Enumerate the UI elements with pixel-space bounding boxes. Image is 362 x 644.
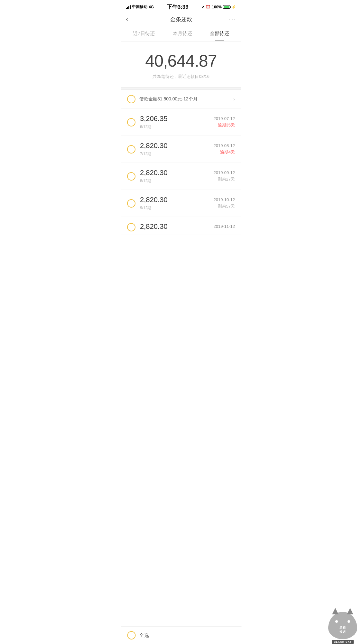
loan-header-row[interactable]: 借款金额31,500.00元-12个月 › xyxy=(121,90,241,109)
time-label: 下午3:39 xyxy=(167,3,189,11)
payment-period-1: 7/12期 xyxy=(140,151,168,157)
payment-left-0: 3,206.35 6/12期 xyxy=(127,115,168,130)
battery-icon xyxy=(223,5,230,9)
more-button[interactable]: ··· xyxy=(223,16,236,23)
charging-icon: ⚡ xyxy=(231,5,236,9)
payment-right-4: 2019-11-12 xyxy=(214,224,235,230)
alarm-icon: ⏰ xyxy=(206,5,210,9)
payment-date-4: 2019-11-12 xyxy=(214,224,235,229)
payment-right-1: 2019-08-12 逾期4天 xyxy=(214,143,235,155)
amount-section: 40,644.87 共25笔待还，最近还款日08/16 xyxy=(121,42,241,87)
payment-row[interactable]: 3,206.35 6/12期 2019-07-12 逾期35天 xyxy=(121,109,241,136)
payment-left-3: 2,820.30 9/12期 xyxy=(127,196,168,211)
payment-amount-4: 2,820.30 xyxy=(140,222,168,231)
payment-status-2: 剩余27天 xyxy=(214,176,235,182)
payment-amount-0: 3,206.35 xyxy=(140,115,168,123)
payment-checkbox-1[interactable] xyxy=(127,145,135,154)
total-amount: 40,644.87 xyxy=(127,51,235,70)
payment-left-2: 2,820.30 8/12期 xyxy=(127,169,168,184)
payment-period-3: 9/12期 xyxy=(140,205,168,211)
payment-amount-3: 2,820.30 xyxy=(140,196,168,204)
payment-info-1: 2,820.30 7/12期 xyxy=(140,142,168,157)
payment-status-1: 逾期4天 xyxy=(214,149,235,155)
tab-recent7[interactable]: 近7日待还 xyxy=(128,27,160,41)
section-divider xyxy=(121,87,241,90)
status-left: 中国移动 4G xyxy=(126,4,154,10)
payment-status-3: 剩余57天 xyxy=(214,203,235,209)
network-label: 4G xyxy=(149,5,154,9)
payment-info-2: 2,820.30 8/12期 xyxy=(140,169,168,184)
loan-header-text: 借款金额31,500.00元-12个月 xyxy=(139,96,198,102)
chevron-right-icon: › xyxy=(233,96,235,102)
payment-list: 3,206.35 6/12期 2019-07-12 逾期35天 2,820.30… xyxy=(121,109,241,235)
payment-right-2: 2019-09-12 剩余27天 xyxy=(214,170,235,182)
payment-checkbox-0[interactable] xyxy=(127,118,135,126)
payment-info-0: 3,206.35 6/12期 xyxy=(140,115,168,130)
payment-row-partial: 2,820.30 2019-11-12 xyxy=(121,217,241,235)
amount-subtitle: 共25笔待还，最近还款日08/16 xyxy=(127,74,235,79)
payment-info-4: 2,820.30 xyxy=(140,222,168,232)
payment-date-3: 2019-10-12 xyxy=(214,197,235,202)
payment-row[interactable]: 2,820.30 7/12期 2019-08-12 逾期4天 xyxy=(121,136,241,163)
payment-row[interactable]: 2,820.30 9/12期 2019-10-12 剩余57天 xyxy=(121,190,241,217)
nav-bar: ‹ 金条还款 ··· xyxy=(121,13,241,27)
loan-header-left: 借款金额31,500.00元-12个月 xyxy=(127,95,198,103)
loan-checkbox[interactable] xyxy=(127,95,135,103)
payment-checkbox-4[interactable] xyxy=(127,223,135,231)
signal-icon xyxy=(126,5,131,9)
payment-checkbox-2[interactable] xyxy=(127,172,135,181)
payment-checkbox-3[interactable] xyxy=(127,199,135,208)
back-button[interactable]: ‹ xyxy=(126,15,139,23)
payment-right-0: 2019-07-12 逾期35天 xyxy=(214,116,235,128)
payment-left-1: 2,820.30 7/12期 xyxy=(127,142,168,157)
payment-amount-1: 2,820.30 xyxy=(140,142,168,150)
payment-row[interactable]: 2,820.30 8/12期 2019-09-12 剩余27天 xyxy=(121,163,241,190)
payment-period-2: 8/12期 xyxy=(140,178,168,184)
payment-date-0: 2019-07-12 xyxy=(214,116,235,121)
payment-date-1: 2019-08-12 xyxy=(214,143,235,148)
location-icon: ↗ xyxy=(201,5,204,9)
payment-info-3: 2,820.30 9/12期 xyxy=(140,196,168,211)
carrier-label: 中国移动 xyxy=(132,4,147,10)
payment-status-0: 逾期35天 xyxy=(214,122,235,128)
payment-period-0: 6/12期 xyxy=(140,124,168,130)
status-bar: 中国移动 4G 下午3:39 ↗ ⏰ 100% ⚡ xyxy=(121,0,241,13)
payment-left-4: 2,820.30 xyxy=(127,222,168,232)
tab-thismonth[interactable]: 本月待还 xyxy=(168,27,197,41)
payment-date-2: 2019-09-12 xyxy=(214,170,235,175)
status-right: ↗ ⏰ 100% ⚡ xyxy=(201,5,236,9)
payment-amount-2: 2,820.30 xyxy=(140,169,168,177)
battery-percent: 100% xyxy=(212,5,222,9)
payment-right-3: 2019-10-12 剩余57天 xyxy=(214,197,235,209)
tab-bar: 近7日待还 本月待还 全部待还 xyxy=(121,27,241,42)
tab-all[interactable]: 全部待还 xyxy=(205,27,234,41)
page-title: 金条还款 xyxy=(170,16,192,23)
